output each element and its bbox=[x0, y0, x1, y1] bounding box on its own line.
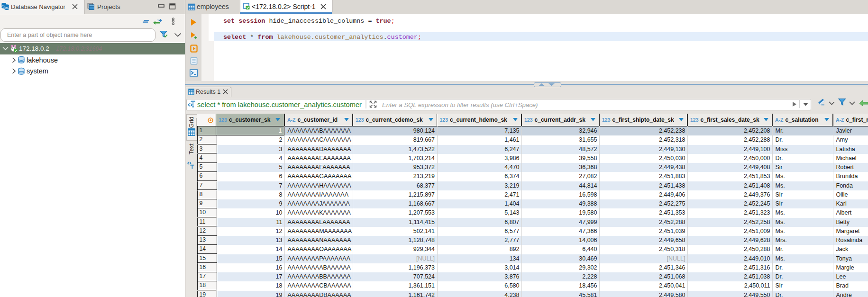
svg-text:Text: Text bbox=[188, 144, 195, 154]
svg-text:Grid: Grid bbox=[188, 117, 195, 128]
